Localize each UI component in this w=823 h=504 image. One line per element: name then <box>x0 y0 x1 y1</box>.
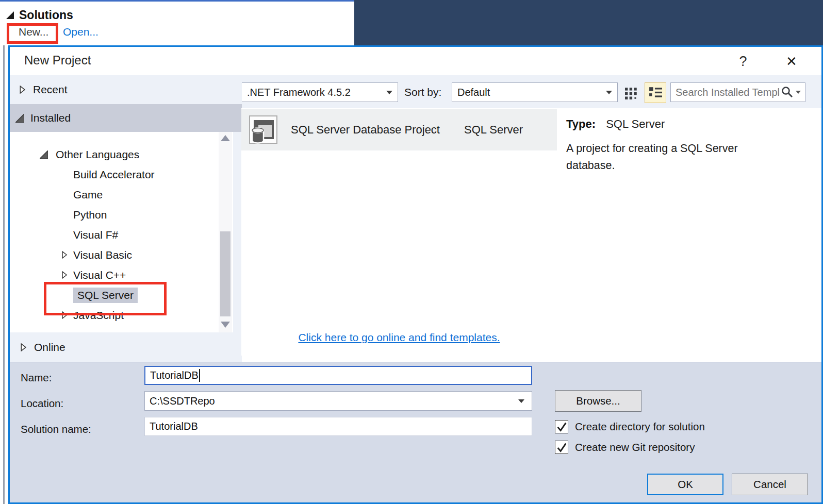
online-label: Online <box>34 341 65 354</box>
tree-item-other-languages[interactable]: Other Languages <box>10 144 219 164</box>
small-icons-view-button[interactable] <box>622 85 641 102</box>
list-view-button-selected[interactable] <box>645 82 666 103</box>
search-icon[interactable] <box>781 86 794 98</box>
tree-scrollbar[interactable] <box>219 132 232 332</box>
framework-value: .NET Framework 4.5.2 <box>242 87 386 98</box>
new-project-dialog: New Project ? ✕ .NET Framework 4.5.2 Sor… <box>8 45 823 504</box>
sidebar-item-recent[interactable]: Recent <box>10 75 242 104</box>
chevron-down-icon <box>386 91 392 94</box>
annotation-red-box-sql-server <box>44 282 167 315</box>
chevron-down-icon <box>606 91 612 94</box>
scrollbar-thumb[interactable] <box>220 231 231 316</box>
create-directory-checkbox[interactable] <box>555 420 568 433</box>
template-info-panel: Type: SQL Server A project for creating … <box>557 108 820 356</box>
tree-item-python[interactable]: Python <box>10 205 219 225</box>
installed-label: Installed <box>30 112 71 124</box>
browse-button[interactable]: Browse... <box>555 390 641 412</box>
expanded-triangle-icon <box>40 150 48 159</box>
create-directory-checkbox-row: Create directory for solution <box>555 420 705 433</box>
name-field[interactable]: TutorialDB <box>144 366 532 385</box>
template-item-sql-server-database-project[interactable]: SQL Server Database Project SQL Server <box>241 109 557 150</box>
dialog-title: New Project <box>24 53 91 68</box>
ok-button[interactable]: OK <box>647 474 723 495</box>
list-view-icon <box>649 86 662 99</box>
sort-value: Default <box>452 87 606 98</box>
solutions-title: Solutions <box>19 8 73 22</box>
expanded-triangle-icon[interactable] <box>6 11 14 19</box>
close-icon[interactable]: ✕ <box>779 50 804 73</box>
checkmark-icon <box>556 442 567 453</box>
tree-item-visual-basic[interactable]: Visual Basic <box>10 245 219 265</box>
location-value: C:\SSDTRepo <box>150 395 215 407</box>
template-search <box>670 82 805 102</box>
framework-dropdown[interactable]: .NET Framework 4.5.2 <box>241 82 398 102</box>
sql-database-project-icon <box>249 113 278 146</box>
create-git-checkbox[interactable] <box>555 441 568 454</box>
cancel-button[interactable]: Cancel <box>732 474 808 495</box>
collapsed-triangle-icon <box>61 271 68 279</box>
checkmark-icon <box>556 421 567 432</box>
solution-name-field[interactable]: TutorialDB <box>144 417 532 436</box>
template-description: A project for creating a SQL Server data… <box>566 140 758 174</box>
template-list: SQL Server Database Project SQL Server C… <box>241 108 557 356</box>
go-online-link[interactable]: Click here to go online and find templat… <box>241 331 557 344</box>
dialog-titlebar: New Project ? ✕ <box>10 47 821 75</box>
sort-by-label: Sort by: <box>404 86 441 98</box>
tree-item-visual-fsharp[interactable]: Visual F# <box>10 225 219 245</box>
create-git-checkbox-row: Create new Git repository <box>555 441 695 454</box>
template-category: SQL Server <box>464 123 523 137</box>
recent-label: Recent <box>33 83 68 96</box>
sort-dropdown[interactable]: Default <box>452 82 618 102</box>
text-caret <box>199 369 200 382</box>
solution-name-value: TutorialDB <box>150 421 198 432</box>
search-options-chevron-icon[interactable] <box>796 91 801 94</box>
scroll-up-icon[interactable] <box>221 135 230 141</box>
window-background <box>354 0 823 45</box>
tree-item-game[interactable]: Game <box>10 184 219 205</box>
grid-view-icon <box>625 87 638 100</box>
template-name: SQL Server Database Project <box>291 123 440 137</box>
category-sidebar: Recent Installed Other Languages Build A… <box>10 75 242 362</box>
search-input[interactable] <box>671 86 781 99</box>
dialog-footer: Name: TutorialDB Location: C:\SSDTRepo B… <box>10 362 821 502</box>
sidebar-item-online[interactable]: Online <box>10 332 242 362</box>
create-git-label: Create new Git repository <box>575 441 695 453</box>
location-label: Location: <box>21 397 63 410</box>
expanded-triangle-icon <box>15 114 24 123</box>
create-directory-label: Create directory for solution <box>575 421 705 433</box>
chevron-down-icon[interactable] <box>518 399 524 403</box>
collapsed-triangle-icon <box>20 343 27 351</box>
solutions-panel: Solutions New... Open... <box>0 0 354 47</box>
collapsed-triangle-icon <box>61 251 68 259</box>
collapsed-triangle-icon <box>19 86 26 94</box>
open-solution-link[interactable]: Open... <box>63 26 98 38</box>
name-label: Name: <box>21 372 52 384</box>
underlying-window-edge <box>0 45 8 504</box>
type-value: SQL Server <box>606 117 665 130</box>
name-value: TutorialDB <box>150 369 199 381</box>
type-label: Type: <box>566 117 596 130</box>
annotation-red-box-new <box>7 23 58 44</box>
sidebar-item-installed[interactable]: Installed <box>10 104 242 132</box>
solution-name-label: Solution name: <box>21 423 91 435</box>
location-combobox[interactable]: C:\SSDTRepo <box>144 391 532 411</box>
scroll-down-icon[interactable] <box>221 322 230 328</box>
screen: Solutions New... Open... New Project ? ✕… <box>0 0 823 504</box>
help-icon[interactable]: ? <box>732 50 754 73</box>
tree-item-build-accelerator[interactable]: Build Accelerator <box>10 164 219 184</box>
